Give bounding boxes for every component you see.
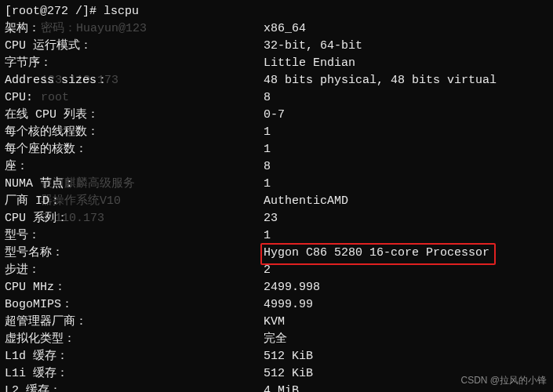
row-label: 字节序： — [5, 55, 264, 72]
row-label: 虚拟化类型： — [5, 331, 264, 348]
row-value: 2 — [264, 262, 271, 279]
row-label: NUMA 节点： — [5, 176, 264, 193]
row-value: 1 — [264, 176, 271, 193]
row-label: 每个座的核数： — [5, 141, 264, 158]
output-row: 每个核的线程数：1 — [5, 124, 548, 141]
row-value: 48 bits physical, 48 bits virtual — [264, 72, 497, 89]
row-label: CPU 系列： — [5, 210, 264, 227]
row-label: CPU MHz： — [5, 279, 264, 296]
row-value: AuthenticAMD — [264, 193, 348, 210]
row-value: KVM — [264, 314, 285, 331]
row-label: 超管理器厂商： — [5, 314, 264, 331]
shell-prompt: [root@272 /]# — [5, 3, 104, 20]
row-label: CPU 运行模式： — [5, 38, 264, 55]
output-row: 厂商 ID：AuthenticAMD — [5, 193, 548, 210]
row-value: Hygon C86 5280 16-core Processor — [264, 245, 489, 262]
output-row: 架构：x86_64 — [5, 20, 548, 38]
prompt-line: [root@272 /]# lscpu — [5, 3, 548, 20]
output-row: L1i 缓存：512 KiB — [5, 365, 548, 383]
output-row: 每个座的核数：1 — [5, 141, 548, 158]
row-value: 8 — [264, 158, 271, 176]
row-value: 512 KiB — [264, 348, 313, 365]
output-row: L1d 缓存：512 KiB — [5, 348, 548, 365]
output-row: 字节序：Little Endian — [5, 55, 548, 72]
output-row: NUMA 节点：1 — [5, 176, 548, 193]
row-value: 4999.99 — [264, 296, 313, 314]
row-label: L1i 缓存： — [5, 365, 264, 383]
output-row: 型号：1 — [5, 227, 548, 245]
row-label: L1d 缓存： — [5, 348, 264, 365]
output-row: CPU 系列：23 — [5, 210, 548, 227]
row-value: 完全 — [264, 331, 287, 348]
row-label: 座： — [5, 158, 264, 176]
output-row: 座：8 — [5, 158, 548, 176]
output-row: Address sizes：48 bits physical, 48 bits … — [5, 72, 548, 89]
row-label: 每个核的线程数： — [5, 124, 264, 141]
row-value: 0-7 — [264, 107, 285, 124]
row-value: 512 KiB — [264, 365, 313, 383]
output-row: CPU 运行模式：32-bit, 64-bit — [5, 38, 548, 55]
output-row: 型号名称：Hygon C86 5280 16-core Processor — [5, 245, 548, 262]
row-value: 2499.998 — [264, 279, 320, 296]
row-value: 1 — [264, 141, 271, 158]
row-label: 步进： — [5, 262, 264, 279]
output-row: CPU:8 — [5, 89, 548, 107]
row-label: 厂商 ID： — [5, 193, 264, 210]
row-value: 1 — [264, 227, 271, 245]
row-label: CPU: — [5, 89, 264, 107]
row-value: 8 — [264, 89, 271, 107]
row-label: L2 缓存： — [5, 383, 264, 392]
row-value: x86_64 — [264, 20, 306, 38]
row-value: Little Endian — [264, 55, 355, 72]
output-row: L2 缓存：4 MiB — [5, 383, 548, 392]
row-label: 型号名称： — [5, 245, 264, 262]
row-label: 型号： — [5, 227, 264, 245]
command-text: lscpu — [104, 3, 139, 20]
output-row: 超管理器厂商：KVM — [5, 314, 548, 331]
output-row: 在线 CPU 列表：0-7 — [5, 107, 548, 124]
row-label: 架构： — [5, 20, 264, 38]
output-row: CPU MHz：2499.998 — [5, 279, 548, 296]
row-label: Address sizes： — [5, 72, 264, 89]
row-label: BogoMIPS： — [5, 296, 264, 314]
output-row: 步进：2 — [5, 262, 548, 279]
row-label: 在线 CPU 列表： — [5, 107, 264, 124]
output-row: BogoMIPS：4999.99 — [5, 296, 548, 314]
row-value: 4 MiB — [264, 383, 299, 392]
row-value: 32-bit, 64-bit — [264, 38, 362, 55]
terminal-output: 密码：Huayun@123 123.110.173 root 银河麒麟高级服务 … — [0, 0, 553, 392]
row-value: 23 — [264, 210, 278, 227]
row-value: 1 — [264, 124, 271, 141]
output-row: 虚拟化类型：完全 — [5, 331, 548, 348]
